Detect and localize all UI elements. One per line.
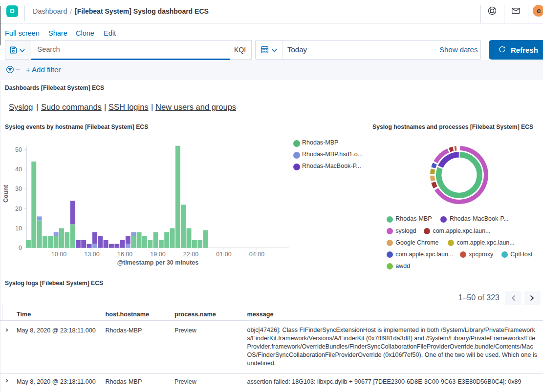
svg-text:Count: Count: [2, 185, 9, 203]
svg-text:22:00: 22:00: [183, 251, 198, 258]
svg-text:20: 20: [15, 206, 22, 212]
svg-text:10: 10: [15, 225, 22, 232]
svg-text:04:00: 04:00: [249, 251, 264, 258]
svg-text:10:00: 10:00: [51, 251, 66, 258]
svg-text:01:00: 01:00: [216, 251, 231, 258]
svg-text:19:00: 19:00: [150, 251, 165, 258]
svg-text:40: 40: [15, 166, 22, 173]
svg-text:50: 50: [15, 146, 22, 153]
svg-text:30: 30: [15, 186, 22, 192]
svg-text:0: 0: [19, 245, 22, 251]
svg-text:16:00: 16:00: [117, 251, 132, 258]
svg-text:13:00: 13:00: [84, 251, 99, 258]
svg-text:@timestamp per 30 minutes: @timestamp per 30 minutes: [117, 259, 198, 266]
